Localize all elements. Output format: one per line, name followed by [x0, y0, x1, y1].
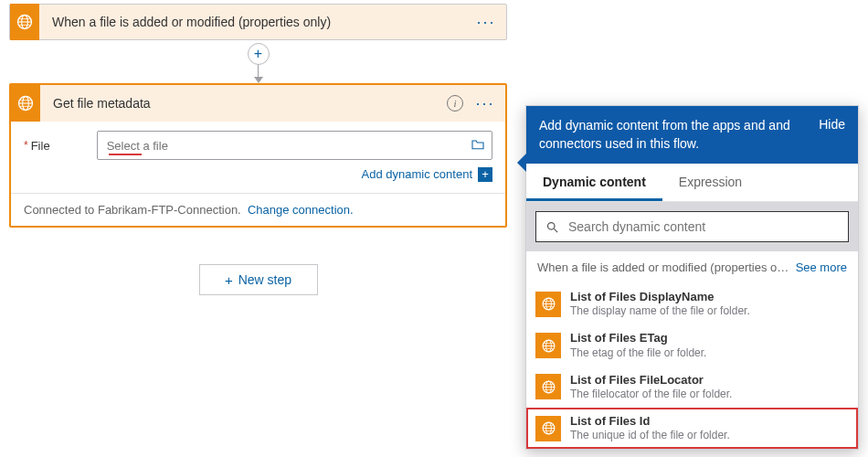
ftp-icon	[535, 416, 561, 441]
section-title: When a file is added or modified (proper…	[537, 260, 789, 274]
action-header[interactable]: Get file metadata i ···	[11, 85, 505, 122]
see-more-link[interactable]: See more	[796, 260, 847, 274]
item-title: List of Files DisplayName	[570, 290, 750, 304]
new-step-button[interactable]: + New step	[199, 264, 318, 295]
item-title: List of Files FileLocator	[570, 373, 732, 388]
item-title: List of Files Id	[570, 414, 730, 429]
add-dynamic-content-label: Add dynamic content	[362, 167, 472, 181]
insert-step-button[interactable]: +	[248, 43, 270, 65]
connection-row: Connected to Fabrikam-FTP-Connection. Ch…	[11, 193, 505, 226]
dynamic-item[interactable]: List of Files FileLocator The filelocato…	[526, 367, 858, 408]
file-label: File	[31, 139, 97, 153]
connected-prefix: Connected to	[24, 203, 98, 217]
item-desc: The etag of the file or folder.	[570, 346, 706, 360]
add-dynamic-content-link[interactable]: Add dynamic content +	[362, 167, 492, 182]
change-connection-link[interactable]: Change connection.	[248, 203, 354, 217]
search-input[interactable]	[568, 219, 839, 234]
action-menu-button[interactable]: ···	[471, 89, 500, 118]
new-step-label: New step	[238, 272, 291, 287]
tab-dynamic-content[interactable]: Dynamic content	[526, 164, 662, 201]
item-desc: The filelocator of the file or folder.	[570, 388, 732, 401]
callout-arrow	[517, 154, 526, 172]
trigger-title: When a file is added or modified (proper…	[52, 15, 471, 29]
plus-icon: +	[478, 167, 492, 182]
tab-expression[interactable]: Expression	[662, 164, 758, 201]
spellcheck-underline	[109, 154, 142, 155]
required-asterisk: *	[24, 139, 28, 152]
info-icon[interactable]: i	[447, 95, 463, 112]
panel-header: Add dynamic content from the apps and an…	[526, 106, 858, 164]
dynamic-item[interactable]: List of Files ETag The etag of the file …	[526, 324, 858, 366]
item-desc: The display name of the file or folder.	[570, 304, 750, 318]
panel-header-text: Add dynamic content from the apps and an…	[539, 117, 810, 153]
trigger-menu-button[interactable]: ···	[471, 7, 501, 37]
search-box[interactable]	[535, 211, 849, 242]
dynamic-item[interactable]: List of Files Id The unique id of the fi…	[526, 408, 858, 449]
connection-name: Fabrikam-FTP-Connection.	[98, 203, 241, 217]
section-header: When a file is added or modified (proper…	[526, 251, 858, 283]
file-input-wrapper[interactable]	[97, 131, 492, 160]
hide-link[interactable]: Hide	[819, 117, 845, 132]
ftp-icon	[535, 292, 561, 317]
dynamic-item[interactable]: List of Files DisplayName The display na…	[526, 283, 858, 324]
panel-tabs: Dynamic content Expression	[526, 164, 858, 202]
ftp-icon	[535, 374, 561, 399]
ftp-icon	[10, 4, 39, 40]
action-card: Get file metadata i ··· * File Add dynam…	[9, 83, 507, 228]
item-title: List of Files ETag	[570, 331, 706, 345]
item-desc: The unique id of the file or folder.	[570, 429, 730, 442]
connector: +	[0, 39, 516, 83]
file-input[interactable]	[107, 139, 470, 153]
action-title: Get file metadata	[53, 96, 447, 111]
plus-icon: +	[225, 272, 233, 288]
trigger-card[interactable]: When a file is added or modified (proper…	[9, 4, 507, 40]
dynamic-content-panel: Add dynamic content from the apps and an…	[525, 105, 859, 450]
ftp-icon	[535, 333, 561, 358]
ftp-icon	[11, 85, 40, 122]
search-icon	[545, 220, 559, 234]
folder-picker-icon[interactable]	[470, 137, 486, 154]
